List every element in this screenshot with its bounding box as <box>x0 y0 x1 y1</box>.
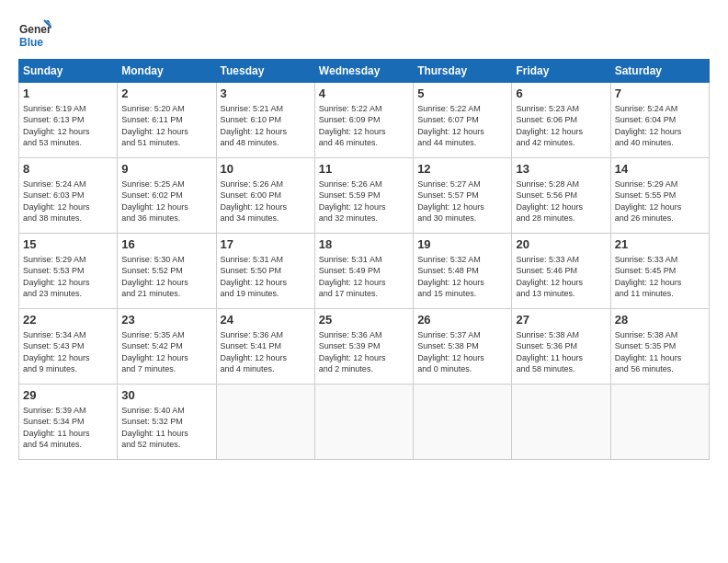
day-number: 8 <box>23 161 113 178</box>
day-number: 6 <box>516 86 606 102</box>
page: General Blue SundayMondayTuesdayWednesda… <box>0 0 728 469</box>
calendar-cell: 25Sunrise: 5:36 AM Sunset: 5:39 PM Dayli… <box>314 309 413 385</box>
calendar-week-5: 29Sunrise: 5:39 AM Sunset: 5:34 PM Dayli… <box>19 385 710 460</box>
calendar-week-1: 1Sunrise: 5:19 AM Sunset: 6:13 PM Daylig… <box>19 83 710 158</box>
day-number: 1 <box>23 86 113 102</box>
svg-text:Blue: Blue <box>19 36 43 49</box>
calendar-cell <box>610 385 709 460</box>
day-info: Sunrise: 5:24 AM Sunset: 6:04 PM Dayligh… <box>615 103 705 149</box>
day-info: Sunrise: 5:37 AM Sunset: 5:38 PM Dayligh… <box>417 329 507 375</box>
calendar-cell: 16Sunrise: 5:30 AM Sunset: 5:52 PM Dayli… <box>118 234 216 309</box>
day-number: 7 <box>615 86 705 102</box>
day-info: Sunrise: 5:19 AM Sunset: 6:13 PM Dayligh… <box>23 103 113 149</box>
day-number: 12 <box>417 161 507 178</box>
calendar-cell: 10Sunrise: 5:26 AM Sunset: 6:00 PM Dayli… <box>216 158 314 234</box>
day-number: 17 <box>221 236 311 253</box>
calendar-cell: 11Sunrise: 5:26 AM Sunset: 5:59 PM Dayli… <box>314 158 413 234</box>
day-number: 16 <box>121 236 211 253</box>
calendar-cell: 22Sunrise: 5:34 AM Sunset: 5:43 PM Dayli… <box>19 309 118 385</box>
calendar-cell: 20Sunrise: 5:33 AM Sunset: 5:46 PM Dayli… <box>512 234 610 309</box>
header: General Blue <box>18 15 710 52</box>
day-info: Sunrise: 5:23 AM Sunset: 6:06 PM Dayligh… <box>516 103 606 149</box>
day-number: 27 <box>516 312 606 328</box>
calendar-cell: 4Sunrise: 5:22 AM Sunset: 6:09 PM Daylig… <box>314 83 413 158</box>
day-info: Sunrise: 5:21 AM Sunset: 6:10 PM Dayligh… <box>221 103 311 149</box>
day-number: 13 <box>516 161 606 178</box>
calendar-cell <box>512 385 610 460</box>
day-info: Sunrise: 5:29 AM Sunset: 5:53 PM Dayligh… <box>23 254 113 300</box>
day-info: Sunrise: 5:29 AM Sunset: 5:55 PM Dayligh… <box>615 178 705 224</box>
day-info: Sunrise: 5:20 AM Sunset: 6:11 PM Dayligh… <box>121 103 211 149</box>
day-info: Sunrise: 5:31 AM Sunset: 5:50 PM Dayligh… <box>221 254 311 300</box>
calendar-cell: 12Sunrise: 5:27 AM Sunset: 5:57 PM Dayli… <box>414 158 512 234</box>
calendar-cell: 13Sunrise: 5:28 AM Sunset: 5:56 PM Dayli… <box>512 158 610 234</box>
day-number: 15 <box>23 236 113 253</box>
weekday-header-saturday: Saturday <box>610 60 709 83</box>
calendar-table: SundayMondayTuesdayWednesdayThursdayFrid… <box>18 59 710 460</box>
calendar-cell: 3Sunrise: 5:21 AM Sunset: 6:10 PM Daylig… <box>216 83 314 158</box>
calendar-cell: 18Sunrise: 5:31 AM Sunset: 5:49 PM Dayli… <box>314 234 413 309</box>
day-info: Sunrise: 5:24 AM Sunset: 6:03 PM Dayligh… <box>23 178 113 224</box>
day-number: 19 <box>417 236 507 253</box>
calendar-cell: 5Sunrise: 5:22 AM Sunset: 6:07 PM Daylig… <box>414 83 512 158</box>
calendar-cell: 19Sunrise: 5:32 AM Sunset: 5:48 PM Dayli… <box>414 234 512 309</box>
calendar-cell: 2Sunrise: 5:20 AM Sunset: 6:11 PM Daylig… <box>118 83 216 158</box>
day-number: 5 <box>417 86 507 102</box>
calendar-cell: 6Sunrise: 5:23 AM Sunset: 6:06 PM Daylig… <box>512 83 610 158</box>
day-number: 4 <box>319 86 409 102</box>
day-number: 9 <box>121 161 211 178</box>
day-info: Sunrise: 5:33 AM Sunset: 5:46 PM Dayligh… <box>516 254 606 300</box>
calendar-cell: 26Sunrise: 5:37 AM Sunset: 5:38 PM Dayli… <box>414 309 512 385</box>
day-info: Sunrise: 5:27 AM Sunset: 5:57 PM Dayligh… <box>417 178 507 224</box>
day-number: 20 <box>516 236 606 253</box>
logo-icon: General Blue <box>18 18 51 52</box>
weekday-header-tuesday: Tuesday <box>216 60 314 83</box>
day-info: Sunrise: 5:25 AM Sunset: 6:02 PM Dayligh… <box>121 178 211 224</box>
day-number: 11 <box>319 161 409 178</box>
calendar-cell: 29Sunrise: 5:39 AM Sunset: 5:34 PM Dayli… <box>19 385 118 460</box>
calendar-body: 1Sunrise: 5:19 AM Sunset: 6:13 PM Daylig… <box>19 83 710 460</box>
day-info: Sunrise: 5:31 AM Sunset: 5:49 PM Dayligh… <box>319 254 409 300</box>
day-number: 29 <box>23 387 113 404</box>
day-info: Sunrise: 5:40 AM Sunset: 5:32 PM Dayligh… <box>121 405 211 451</box>
day-info: Sunrise: 5:22 AM Sunset: 6:07 PM Dayligh… <box>417 103 507 149</box>
day-info: Sunrise: 5:26 AM Sunset: 6:00 PM Dayligh… <box>221 178 311 224</box>
logo-area: General Blue <box>18 18 51 52</box>
day-info: Sunrise: 5:38 AM Sunset: 5:36 PM Dayligh… <box>516 329 606 375</box>
calendar-cell: 30Sunrise: 5:40 AM Sunset: 5:32 PM Dayli… <box>118 385 216 460</box>
calendar-cell <box>314 385 413 460</box>
calendar-cell <box>216 385 314 460</box>
day-info: Sunrise: 5:38 AM Sunset: 5:35 PM Dayligh… <box>615 329 705 375</box>
calendar-cell: 21Sunrise: 5:33 AM Sunset: 5:45 PM Dayli… <box>610 234 709 309</box>
calendar-cell: 15Sunrise: 5:29 AM Sunset: 5:53 PM Dayli… <box>19 234 118 309</box>
day-info: Sunrise: 5:22 AM Sunset: 6:09 PM Dayligh… <box>319 103 409 149</box>
day-number: 10 <box>221 161 311 178</box>
day-number: 3 <box>221 86 311 102</box>
weekday-header-thursday: Thursday <box>414 60 512 83</box>
weekday-header-friday: Friday <box>512 60 610 83</box>
day-info: Sunrise: 5:32 AM Sunset: 5:48 PM Dayligh… <box>417 254 507 300</box>
calendar-week-2: 8Sunrise: 5:24 AM Sunset: 6:03 PM Daylig… <box>19 158 710 234</box>
day-number: 28 <box>615 312 705 328</box>
weekday-row: SundayMondayTuesdayWednesdayThursdayFrid… <box>19 60 710 83</box>
day-info: Sunrise: 5:26 AM Sunset: 5:59 PM Dayligh… <box>319 178 409 224</box>
day-number: 14 <box>615 161 705 178</box>
day-number: 25 <box>319 312 409 328</box>
calendar-cell: 24Sunrise: 5:36 AM Sunset: 5:41 PM Dayli… <box>216 309 314 385</box>
calendar-header: SundayMondayTuesdayWednesdayThursdayFrid… <box>19 60 710 83</box>
day-info: Sunrise: 5:36 AM Sunset: 5:39 PM Dayligh… <box>319 329 409 375</box>
logo: General Blue <box>18 18 51 52</box>
calendar-cell: 17Sunrise: 5:31 AM Sunset: 5:50 PM Dayli… <box>216 234 314 309</box>
calendar-cell: 28Sunrise: 5:38 AM Sunset: 5:35 PM Dayli… <box>610 309 709 385</box>
calendar-cell: 8Sunrise: 5:24 AM Sunset: 6:03 PM Daylig… <box>19 158 118 234</box>
calendar-cell: 14Sunrise: 5:29 AM Sunset: 5:55 PM Dayli… <box>610 158 709 234</box>
day-info: Sunrise: 5:39 AM Sunset: 5:34 PM Dayligh… <box>23 405 113 451</box>
day-info: Sunrise: 5:33 AM Sunset: 5:45 PM Dayligh… <box>615 254 705 300</box>
day-number: 22 <box>23 312 113 328</box>
weekday-header-sunday: Sunday <box>19 60 118 83</box>
day-number: 21 <box>615 236 705 253</box>
calendar-cell <box>414 385 512 460</box>
calendar-week-3: 15Sunrise: 5:29 AM Sunset: 5:53 PM Dayli… <box>19 234 710 309</box>
day-number: 24 <box>221 312 311 328</box>
day-info: Sunrise: 5:36 AM Sunset: 5:41 PM Dayligh… <box>221 329 311 375</box>
